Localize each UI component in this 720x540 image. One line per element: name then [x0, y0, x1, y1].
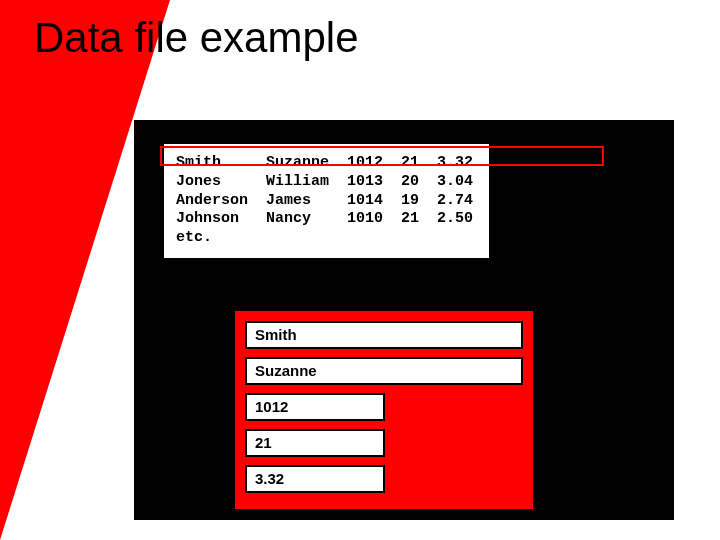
record-id: 1012 [245, 393, 385, 421]
content-panel: Smith Suzanne 1012 21 3.32 Jones William… [134, 120, 674, 520]
data-file-listing: Smith Suzanne 1012 21 3.32 Jones William… [164, 144, 489, 258]
record-age: 21 [245, 429, 385, 457]
record-lastname: Smith [245, 321, 523, 349]
record-breakdown-panel: Smith Suzanne 1012 21 3.32 [234, 310, 534, 510]
record-firstname: Suzanne [245, 357, 523, 385]
slide-title: Data file example [34, 14, 359, 62]
record-gpa: 3.32 [245, 465, 385, 493]
